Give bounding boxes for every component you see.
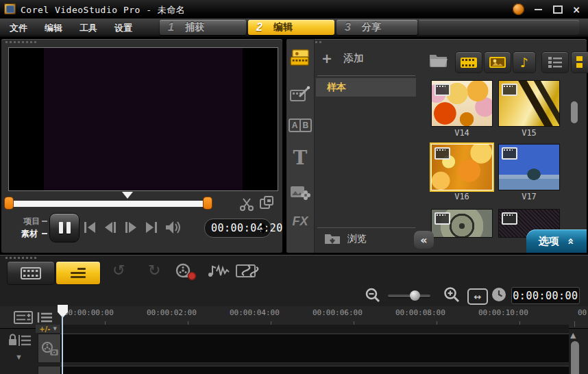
ruler-label: 00:00:08:00 (395, 308, 445, 317)
end-icon (146, 222, 154, 233)
storyboard-view-button[interactable] (7, 261, 55, 285)
open-folder-button[interactable] (429, 53, 448, 68)
video-clip-badge-icon (502, 84, 517, 96)
record-capture-button[interactable] (174, 262, 197, 282)
video-track-icon (41, 341, 59, 356)
clip-mode-label[interactable]: 素材 (21, 228, 38, 240)
tab-edit[interactable]: 2 编辑 (248, 20, 334, 35)
trim-handle-end[interactable] (204, 197, 212, 209)
enlarge-preview-button[interactable] (259, 195, 274, 210)
nav-media-button[interactable] (290, 49, 310, 68)
filter-audio-button[interactable]: ♪ (513, 51, 536, 73)
thumbnail-v15[interactable] (499, 81, 559, 126)
collapse-left-icon: « (420, 234, 427, 247)
project-mode-label[interactable]: 项目 (23, 216, 40, 227)
close-button[interactable]: × (570, 4, 583, 14)
thumbnail-view-button[interactable] (571, 51, 588, 73)
auto-music-button[interactable] (236, 263, 260, 279)
thumbnail-partial[interactable] (432, 210, 492, 237)
fit-timeline-button[interactable]: ↔ (467, 288, 488, 305)
trim-bar[interactable] (11, 201, 206, 207)
zoom-out-button[interactable] (365, 287, 381, 303)
pause-button[interactable] (49, 213, 79, 242)
video-filter-icon (461, 58, 477, 68)
thumbnail-v17[interactable] (499, 145, 559, 190)
menu-settings[interactable]: 设置 (114, 22, 132, 34)
nav-graphics-button[interactable] (290, 184, 310, 201)
updates-ball-icon[interactable] (513, 3, 524, 15)
split-clip-button[interactable] (239, 197, 254, 212)
volume-button[interactable] (164, 219, 182, 236)
video-track-header[interactable] (38, 334, 62, 363)
gallery-item-samples[interactable]: 样本 (316, 78, 416, 97)
collapse-gallery-button[interactable]: « (414, 231, 434, 249)
titlebar: Corel VideoStudio Pro - 未命名 × (0, 0, 588, 18)
timeline-scroll-up-button[interactable]: ▲ (570, 331, 576, 340)
thumbnail-v14[interactable] (432, 81, 492, 126)
thumbnail-area: ♪ V14 V15 V16 V17 (419, 39, 587, 253)
options-label: 选项 (539, 235, 559, 248)
tab-capture-number: 1 (168, 21, 174, 34)
go-to-start-button[interactable] (81, 220, 99, 235)
zoom-slider-track[interactable] (388, 295, 430, 297)
menu-tools[interactable]: 工具 (79, 22, 97, 34)
scrubber-playhead[interactable] (122, 192, 133, 199)
trim-handle-start[interactable] (5, 197, 13, 209)
scroll-tracks-down-button[interactable]: ▼ (15, 353, 23, 361)
timeline-scrollbar-thumb[interactable] (571, 341, 579, 374)
nav-filter-button[interactable]: FX (290, 214, 310, 229)
track-manager-icon (14, 311, 33, 324)
timeline-view-button[interactable] (56, 261, 101, 285)
filter-video-button[interactable] (455, 51, 482, 73)
sound-mixer-button[interactable] (206, 263, 230, 279)
tab-share[interactable]: 3 分享 (336, 20, 417, 35)
show-all-tracks-button[interactable] (37, 312, 53, 323)
track-strip (60, 325, 569, 333)
timeline-playhead-line[interactable] (62, 316, 63, 374)
menu-file[interactable]: 文件 (10, 22, 27, 34)
nav-transition-ab-button[interactable]: A B (290, 119, 310, 132)
browse-button[interactable]: 浏览 (324, 233, 367, 245)
gallery-column: + 添加 样本 浏览 (315, 39, 418, 253)
overlay-track-lane[interactable] (60, 366, 569, 374)
library-nav-strip: A B T FX (286, 39, 315, 253)
spinner-down-icon (260, 229, 267, 234)
timecode-spinner[interactable] (260, 223, 267, 234)
add-gallery-button[interactable]: + 添加 (321, 51, 364, 66)
maximize-button[interactable] (552, 4, 564, 14)
options-button[interactable]: 选项 « (526, 229, 587, 253)
divider (317, 75, 415, 76)
video-track-lane[interactable] (60, 334, 569, 363)
minimize-button[interactable] (532, 4, 544, 14)
zoom-in-button[interactable] (443, 286, 461, 303)
nav-title-button[interactable]: T (290, 149, 310, 168)
overlay-track-header[interactable] (38, 366, 62, 374)
title-icon: T (293, 149, 308, 168)
clock-icon (491, 286, 507, 303)
duration-button[interactable] (491, 286, 507, 303)
tab-capture[interactable]: 1 捕获 (160, 20, 246, 35)
thumbnail-v16-selected[interactable] (432, 145, 492, 190)
add-remove-track-button[interactable]: +/- ▼ (36, 325, 60, 333)
redo-icon: ↻ (148, 262, 160, 279)
lock-ripple-button[interactable] (8, 333, 32, 348)
library-scrollbar-thumb[interactable] (571, 101, 578, 123)
go-to-end-button[interactable] (143, 220, 160, 235)
previous-frame-button[interactable] (101, 220, 119, 235)
zoom-slider-thumb[interactable] (410, 290, 420, 301)
close-icon: × (572, 4, 580, 15)
timeline-timecode-field[interactable]: 0:00:00:00 (511, 287, 580, 304)
fit-arrows-icon: ↔ (474, 292, 482, 302)
undo-icon: ↺ (112, 262, 125, 279)
preview-timecode-field[interactable]: 00:00:04:20 (204, 219, 271, 238)
redo-button[interactable]: ↻ (148, 262, 160, 279)
tab-share-label: 分享 (362, 21, 381, 34)
media-library-icon (290, 49, 310, 68)
list-view-button[interactable] (541, 51, 569, 73)
filter-photo-button[interactable] (484, 51, 511, 73)
nav-transitions-button[interactable] (290, 86, 310, 103)
next-frame-button[interactable] (122, 220, 140, 235)
menu-edit[interactable]: 编辑 (45, 22, 62, 34)
track-manager-button[interactable] (14, 311, 33, 324)
undo-button[interactable]: ↺ (112, 262, 125, 279)
